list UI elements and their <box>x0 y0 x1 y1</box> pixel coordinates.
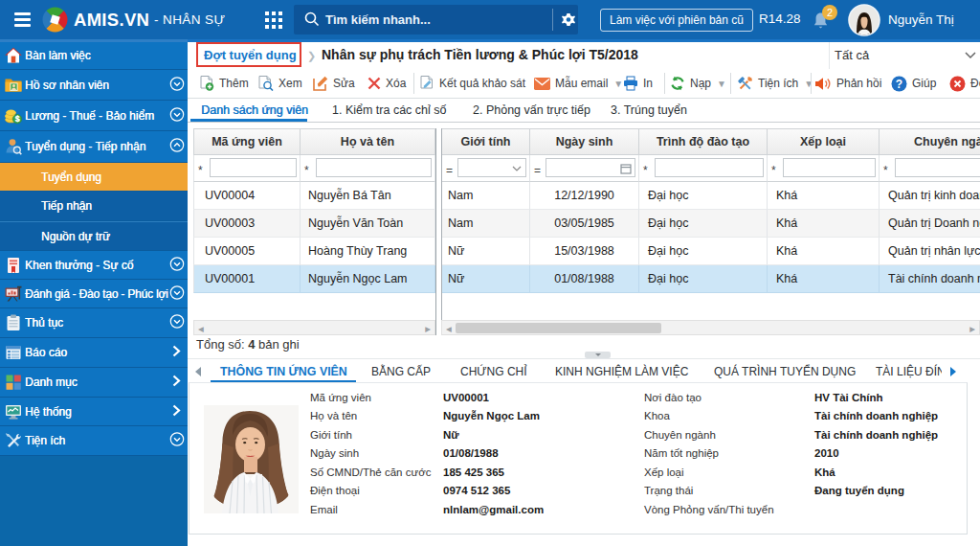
svg-text:$: $ <box>15 114 20 124</box>
svg-text:?: ? <box>896 77 902 90</box>
